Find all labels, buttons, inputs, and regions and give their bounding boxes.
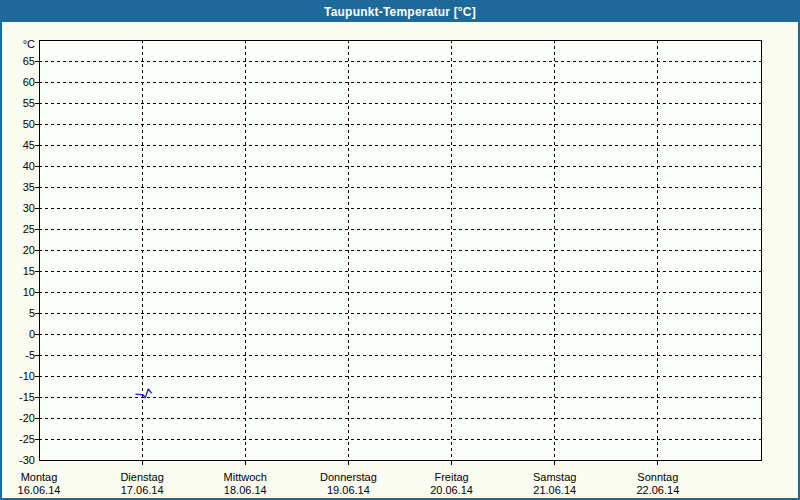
x-date-label: 18.06.14 <box>224 484 267 496</box>
x-date-label: 16.06.14 <box>18 484 61 496</box>
y-tick-label: 20 <box>23 244 35 256</box>
y-tick-label: -5 <box>25 349 35 361</box>
y-tick-label: -30 <box>19 454 35 466</box>
chart-canvas: 65605550454035302520151050-5-10-15-20-25… <box>0 0 800 500</box>
y-tick-label: 50 <box>23 118 35 130</box>
y-tick-label: -25 <box>19 433 35 445</box>
y-tick-label: 0 <box>29 328 35 340</box>
chart-title: Taupunkt-Temperatur [°C] <box>324 5 476 19</box>
y-tick-label: 10 <box>23 286 35 298</box>
x-date-label: 20.06.14 <box>430 484 473 496</box>
y-tick-label: 5 <box>29 307 35 319</box>
x-date-label: 22.06.14 <box>636 484 679 496</box>
x-weekday-label: Freitag <box>434 471 468 483</box>
y-tick-label: 45 <box>23 139 35 151</box>
x-date-label: 21.06.14 <box>533 484 576 496</box>
y-tick-label: -15 <box>19 391 35 403</box>
y-tick-label: 65 <box>23 55 35 67</box>
y-tick-label: 15 <box>23 265 35 277</box>
y-tick-label: 25 <box>23 223 35 235</box>
x-weekday-label: Samstag <box>533 471 576 483</box>
y-tick-label: -20 <box>19 412 35 424</box>
x-weekday-label: Montag <box>21 471 58 483</box>
x-weekday-label: Mittwoch <box>224 471 267 483</box>
x-date-label: 19.06.14 <box>327 484 370 496</box>
y-tick-label: 30 <box>23 202 35 214</box>
y-tick-label: 55 <box>23 97 35 109</box>
y-tick-label: -10 <box>19 370 35 382</box>
y-tick-label: 35 <box>23 181 35 193</box>
y-tick-label: 60 <box>23 76 35 88</box>
y-axis-unit-label: °C <box>23 38 35 50</box>
x-weekday-label: Donnerstag <box>320 471 377 483</box>
title-bar: Taupunkt-Temperatur [°C] <box>2 2 798 22</box>
y-tick-label: 40 <box>23 160 35 172</box>
x-weekday-label: Dienstag <box>120 471 163 483</box>
x-weekday-label: Sonntag <box>637 471 678 483</box>
x-date-label: 17.06.14 <box>121 484 164 496</box>
chart-window: 65605550454035302520151050-5-10-15-20-25… <box>0 0 800 500</box>
